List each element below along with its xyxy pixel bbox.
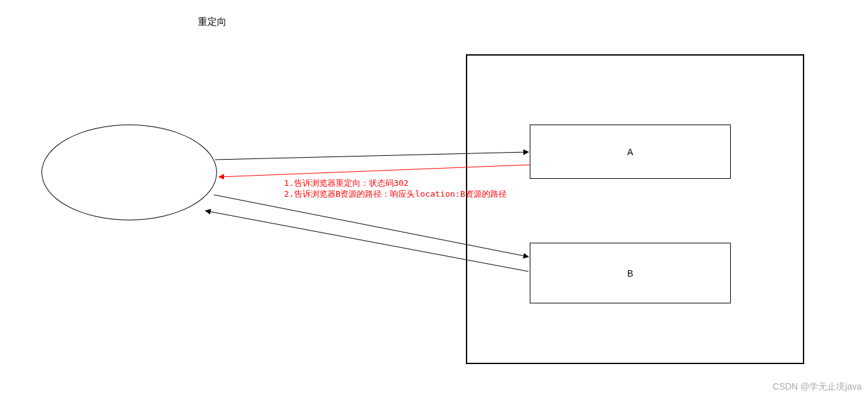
resource-box-a: A xyxy=(530,125,731,179)
resource-b-label: B xyxy=(627,268,633,278)
resource-box-b: B xyxy=(530,243,731,303)
annotation-line-1: 1.告诉浏览器重定向：状态码302 xyxy=(284,178,507,189)
server-container xyxy=(466,54,804,364)
resource-a-label: A xyxy=(627,147,633,157)
diagram-title: 重定向 xyxy=(198,16,227,28)
client-ellipse xyxy=(41,125,217,220)
annotation-line-2: 2.告诉浏览器B资源的路径：响应头location:B资源的路径 xyxy=(284,189,507,200)
redirect-annotation: 1.告诉浏览器重定向：状态码302 2.告诉浏览器B资源的路径：响应头locat… xyxy=(284,178,507,200)
watermark: CSDN @学无止境java xyxy=(773,381,862,393)
